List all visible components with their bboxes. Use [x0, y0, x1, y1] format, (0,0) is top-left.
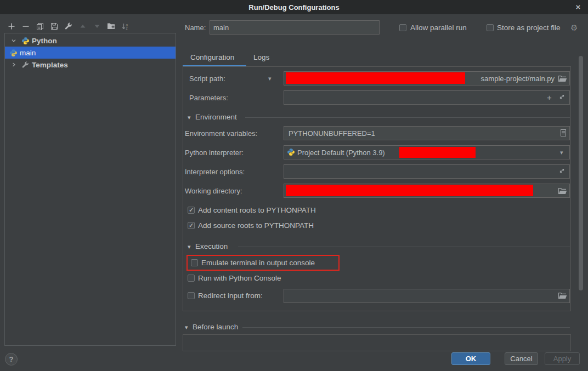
tree-item-templates[interactable]: Templates [5, 59, 176, 71]
environment-variables-label: Environment variables: [185, 129, 257, 138]
tab-configuration[interactable]: Configuration [190, 53, 234, 61]
script-path-value: sample-project/main.py [466, 75, 555, 83]
move-up-icon [78, 21, 87, 31]
python-icon [9, 49, 18, 57]
folder-icon[interactable] [558, 292, 567, 299]
edit-templates-icon[interactable] [64, 21, 73, 31]
emulate-terminal-label: Emulate terminal in output console [201, 259, 315, 267]
folder-icon[interactable] [558, 187, 567, 195]
allow-parallel-run-label: Allow parallel run [410, 24, 467, 32]
apply-button[interactable]: Apply [545, 352, 580, 365]
create-folder-icon[interactable] [106, 21, 116, 31]
check-icon: ✓ [189, 207, 194, 213]
redirect-input-label: Redirect input from: [198, 292, 263, 300]
sort-configurations-icon[interactable]: az [121, 21, 130, 31]
name-input[interactable] [210, 20, 380, 35]
interpreter-options-field[interactable] [284, 164, 570, 179]
python-icon [21, 37, 30, 45]
tab-logs[interactable]: Logs [253, 53, 269, 61]
tree-item-label: Python [32, 37, 57, 45]
check-icon: ✓ [189, 222, 194, 229]
tree-item-python[interactable]: Python [5, 35, 176, 47]
store-as-project-file-label: Store as project file [497, 24, 561, 32]
add-source-roots-checkbox[interactable]: ✓ [188, 222, 195, 229]
help-button[interactable]: ? [5, 353, 18, 366]
save-configuration-icon[interactable] [49, 21, 59, 31]
tree-item-label: main [20, 49, 36, 57]
close-icon[interactable]: × [573, 2, 583, 12]
execution-section-label[interactable]: Execution [195, 242, 228, 250]
chevron-down-icon[interactable]: ▾ [560, 149, 563, 156]
add-macro-icon[interactable]: + [547, 93, 552, 101]
environment-section-label[interactable]: Environment [195, 113, 237, 121]
before-launch-section-label[interactable]: Before launch [193, 323, 238, 331]
ok-button[interactable]: OK [451, 352, 490, 365]
copy-configuration-icon[interactable] [35, 21, 44, 31]
configurations-toolbar: az [7, 21, 130, 31]
title-bar: Run/Debug Configurations × [0, 0, 588, 14]
section-divider [242, 327, 570, 328]
configurations-tree: Python main Templates [4, 33, 176, 346]
python-icon [287, 148, 295, 156]
svg-text:z: z [126, 26, 127, 30]
question-icon: ? [9, 355, 14, 363]
chevron-right-icon[interactable] [10, 61, 17, 68]
remove-icon[interactable] [21, 21, 30, 31]
redacted-overlay [286, 185, 533, 196]
expand-icon[interactable] [559, 94, 565, 100]
parameters-label: Parameters: [189, 94, 228, 102]
section-divider [245, 117, 570, 118]
gear-icon[interactable]: ⚙ [570, 24, 578, 32]
emulate-terminal-checkbox[interactable] [191, 259, 198, 266]
run-debug-configurations-dialog: { "colors": { "panel": "#3c3f41", "title… [0, 0, 588, 371]
python-interpreter-value: Project Default (Python 3.9) [297, 149, 385, 157]
run-with-python-console-label: Run with Python Console [198, 274, 281, 282]
store-as-project-file-checkbox[interactable] [487, 24, 494, 31]
dialog-title: Run/Debug Configurations [248, 3, 339, 12]
allow-parallel-run-checkbox[interactable] [399, 24, 406, 31]
collapse-arrow-icon[interactable]: ▾ [188, 114, 191, 121]
add-source-roots-label: Add source roots to PYTHONPATH [198, 221, 314, 230]
add-content-roots-label: Add content roots to PYTHONPATH [198, 206, 316, 214]
vertical-scrollbar[interactable] [579, 56, 583, 290]
folder-icon[interactable] [558, 75, 567, 82]
parameters-field[interactable] [284, 90, 570, 105]
move-down-icon [92, 21, 101, 31]
chevron-down-icon[interactable] [10, 37, 17, 44]
tree-item-label: Templates [32, 61, 68, 69]
script-path-label: Script path: [189, 75, 225, 83]
tree-item-main[interactable]: main [5, 47, 176, 59]
chevron-down-icon[interactable]: ▾ [268, 75, 272, 82]
name-label: Name: [185, 24, 206, 32]
before-launch-list[interactable] [183, 334, 571, 351]
wrench-icon [21, 61, 30, 69]
run-with-python-console-checkbox[interactable] [188, 275, 195, 282]
redirect-input-field[interactable] [284, 289, 570, 303]
environment-variables-value: PYTHONUNBUFFERED=1 [289, 129, 375, 138]
collapse-arrow-icon[interactable]: ▾ [185, 324, 188, 331]
expand-icon[interactable] [559, 168, 565, 174]
collapse-arrow-icon[interactable]: ▾ [188, 243, 191, 250]
browse-variables-icon[interactable] [561, 129, 566, 136]
redacted-overlay [399, 147, 476, 158]
redacted-overlay [286, 72, 465, 84]
add-content-roots-checkbox[interactable]: ✓ [188, 207, 195, 214]
interpreter-options-label: Interpreter options: [185, 168, 245, 176]
python-interpreter-label: Python interpreter: [185, 149, 244, 157]
working-directory-label: Working directory: [185, 187, 242, 195]
cancel-button[interactable]: Cancel [505, 352, 538, 365]
add-icon[interactable] [7, 21, 16, 31]
redirect-input-checkbox[interactable] [188, 292, 195, 299]
section-divider [238, 247, 570, 247]
